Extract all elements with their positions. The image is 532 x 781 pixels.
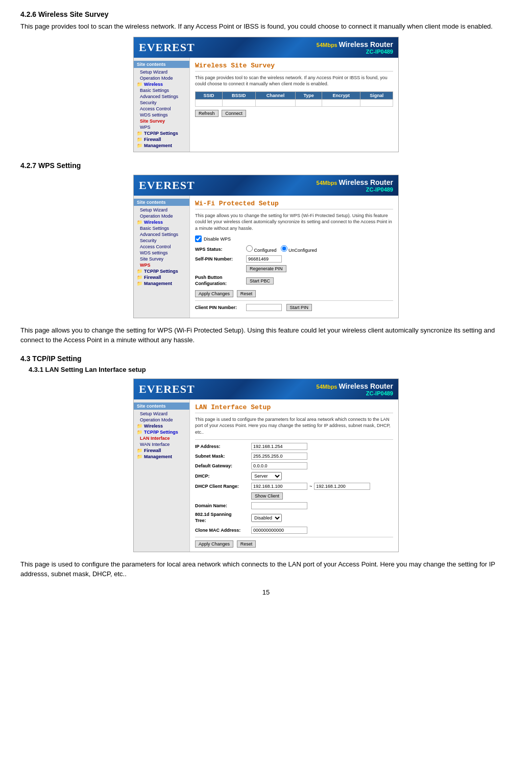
- sidebar-tcpip-1[interactable]: 📁TCP/IP Settings: [134, 130, 189, 136]
- wps-status-label: WPS Status:: [195, 247, 246, 252]
- sidebar-management-3[interactable]: 📁Management: [134, 454, 189, 460]
- sidebar-wan-interface[interactable]: WAN Interface: [134, 441, 189, 447]
- sidebar-wds-2[interactable]: WDS settings: [134, 250, 189, 256]
- section-43: 4.3 TCP/IP Setting 4.3.1 LAN Setting Lan…: [20, 354, 512, 579]
- sidebar-firewall-1[interactable]: 📁Firewall: [134, 136, 189, 143]
- router-model-1: ZC-IP0489: [317, 49, 393, 55]
- show-client-button[interactable]: Show Client: [251, 492, 283, 500]
- content-desc-wps: This page allows you to change the setti…: [195, 212, 393, 232]
- domain-name-row: Domain Name:: [195, 502, 393, 509]
- regenerate-pin-button[interactable]: Regenerate PIN: [246, 265, 286, 272]
- self-pin-input[interactable]: [246, 255, 282, 263]
- dhcp-range-end-input[interactable]: [314, 483, 370, 490]
- sidebar-wireless-3[interactable]: 📁Wireless: [134, 423, 189, 429]
- sidebar-site-survey-2[interactable]: Site Survey: [134, 256, 189, 262]
- sidebar-firewall-2[interactable]: 📁Firewall: [134, 274, 189, 280]
- sidebar-operation-mode-1[interactable]: Operation Mode: [134, 75, 189, 81]
- sidebar-access-control-2[interactable]: Access Control: [134, 244, 189, 250]
- sidebar-security-1[interactable]: Security: [134, 100, 189, 106]
- sidebar-site-survey-1[interactable]: Site Survey: [134, 118, 189, 124]
- router-sidebar-2: Site contents Setup Wizard Operation Mod…: [134, 196, 190, 318]
- sidebar-tcpip-2[interactable]: 📁TCP/IP Settings: [134, 268, 189, 274]
- sidebar-lan-interface[interactable]: LAN Interface: [134, 435, 189, 441]
- router-body-1: Site contents Setup Wizard Operation Mod…: [134, 58, 398, 152]
- wps-configured-radio[interactable]: [246, 245, 253, 252]
- sidebar-setup-wizard-1[interactable]: Setup Wizard: [134, 69, 189, 75]
- apply-changes-button-lan[interactable]: Apply Changes: [195, 540, 233, 548]
- dhcp-value: Server Client Disabled: [251, 472, 282, 480]
- refresh-button[interactable]: Refresh: [195, 110, 219, 117]
- content-title-wps: Wi-Fi Protected Setup: [195, 200, 393, 209]
- sidebar-wps-2[interactable]: WPS: [134, 262, 189, 268]
- content-title-site-survey: Wireless Site Survey: [195, 62, 393, 72]
- survey-empty-row: [196, 99, 393, 106]
- sidebar-advanced-2[interactable]: Advanced Settings: [134, 231, 189, 238]
- domain-name-input[interactable]: [251, 502, 307, 509]
- reset-button-wps[interactable]: Reset: [237, 290, 256, 297]
- section-43-outro: This page is used to configure the param…: [20, 559, 512, 579]
- start-pin-button[interactable]: Start PIN: [286, 304, 312, 311]
- sidebar-access-control-1[interactable]: Access Control: [134, 106, 189, 112]
- sidebar-wds-1[interactable]: WDS settings: [134, 112, 189, 118]
- sidebar-advanced-1[interactable]: Advanced Settings: [134, 93, 189, 100]
- sidebar-management-1[interactable]: 📁Management: [134, 143, 189, 149]
- sidebar-basic-1[interactable]: Basic Settings: [134, 87, 189, 93]
- apply-changes-button-wps[interactable]: Apply Changes: [195, 290, 233, 297]
- sidebar-operation-mode-3[interactable]: Operation Mode: [134, 417, 189, 423]
- content-desc-lan: This page is used to configure the param…: [195, 416, 393, 436]
- content-title-lan: LAN Interface Setup: [195, 404, 393, 413]
- subnet-mask-label: Subnet Mask:: [195, 454, 251, 459]
- disable-wps-label: Disable WPS: [204, 236, 231, 242]
- self-pin-value: [246, 255, 282, 263]
- router-content-wps: Wi-Fi Protected Setup This page allows y…: [190, 196, 398, 318]
- dhcp-range-start-input[interactable]: [251, 483, 307, 490]
- lan-action-row: Apply Changes Reset: [195, 540, 393, 548]
- subnet-mask-input[interactable]: [251, 453, 307, 460]
- sidebar-operation-mode-2[interactable]: Operation Mode: [134, 213, 189, 219]
- router-product-3: Wireless Router: [339, 382, 393, 390]
- ip-address-value: [251, 443, 307, 450]
- subnet-mask-row: Subnet Mask:: [195, 453, 393, 460]
- router-header-1: EVEREST 54Mbps Wireless Router ZC-IP0489: [134, 37, 398, 58]
- disable-wps-row: Disable WPS: [195, 235, 393, 242]
- dhcp-select[interactable]: Server Client Disabled: [251, 472, 282, 480]
- wps-unconfigured-radio[interactable]: [281, 245, 287, 252]
- sidebar-setup-wizard-2[interactable]: Setup Wizard: [134, 207, 189, 213]
- sidebar-tcpip-3[interactable]: 📁TCP/IP Settings: [134, 429, 189, 435]
- sidebar-wireless-1[interactable]: 📁Wireless: [134, 81, 189, 87]
- wps-unconfigured-label: UnConfigured: [281, 245, 317, 253]
- sidebar-setup-wizard-3[interactable]: Setup Wizard: [134, 411, 189, 417]
- wps-action-row: Apply Changes Reset: [195, 290, 393, 297]
- show-client-row: Show Client: [195, 492, 393, 500]
- default-gateway-input[interactable]: [251, 462, 307, 469]
- start-pbc-button[interactable]: Start PBC: [246, 277, 274, 285]
- sidebar-wps-1[interactable]: WPS: [134, 124, 189, 130]
- sidebar-title-1: Site contents: [134, 61, 189, 68]
- section-43-title: 4.3 TCP/IP Setting: [20, 354, 512, 363]
- spanning-tree-select[interactable]: Disabled Enabled: [251, 514, 282, 522]
- section-427: 4.2.7 WPS Setting EVEREST 54Mbps Wireles…: [20, 161, 512, 345]
- dhcp-range-label: DHCP Client Range:: [195, 484, 251, 489]
- router-title-area-2: 54Mbps Wireless Router ZC-IP0489: [317, 178, 393, 193]
- reset-button-lan[interactable]: Reset: [237, 540, 256, 548]
- ip-address-input[interactable]: [251, 443, 307, 450]
- page-number: 15: [20, 588, 512, 596]
- sidebar-security-2[interactable]: Security: [134, 238, 189, 244]
- section-426: 4.2.6 Wireless Site Survey This page pro…: [20, 10, 512, 152]
- client-pin-input[interactable]: [246, 304, 282, 311]
- section-426-title: 4.2.6 Wireless Site Survey: [20, 10, 512, 18]
- router-sidebar-1: Site contents Setup Wizard Operation Mod…: [134, 58, 190, 152]
- dhcp-row: DHCP: Server Client Disabled: [195, 472, 393, 480]
- clone-mac-label: Clone MAC Address:: [195, 528, 251, 533]
- clone-mac-input[interactable]: [251, 527, 307, 534]
- col-bssid: BSSID: [223, 91, 256, 99]
- connect-button[interactable]: Connect: [222, 110, 246, 117]
- sidebar-firewall-3[interactable]: 📁Firewall: [134, 447, 189, 454]
- survey-buttons: Refresh Connect: [195, 110, 393, 117]
- lan-divider-top: [195, 439, 393, 440]
- sidebar-wireless-2[interactable]: 📁Wireless: [134, 219, 189, 225]
- sidebar-management-2[interactable]: 📁Management: [134, 280, 189, 287]
- disable-wps-checkbox[interactable]: [195, 235, 202, 242]
- sidebar-basic-2[interactable]: Basic Settings: [134, 225, 189, 231]
- client-pin-label: Client PIN Number:: [195, 305, 246, 310]
